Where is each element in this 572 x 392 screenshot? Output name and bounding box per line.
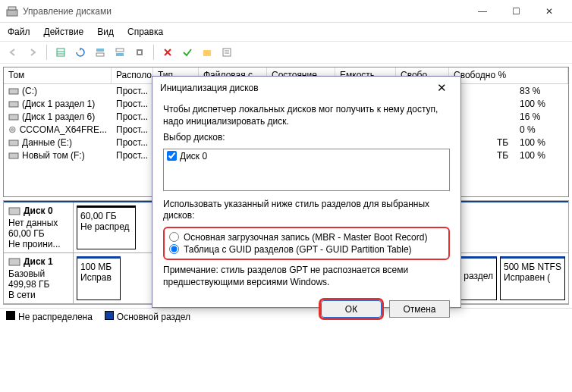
dialog-note: Примечание: стиль разделов GPT не распоз… [163,265,450,288]
gpt-row[interactable]: Таблица с GUID разделов (GPT - GUID Part… [169,243,444,256]
disk1-state: В сети [8,290,68,300]
volume-free-pct: 100 % [515,136,568,149]
legend-unalloc: Не распределена [6,311,93,322]
toolbar [0,41,572,64]
view-top-icon[interactable] [92,44,108,61]
svg-point-19 [11,128,13,130]
svg-rect-1 [8,7,16,10]
svg-rect-22 [9,208,20,215]
style-label: Использовать указанный ниже стиль раздел… [163,199,450,222]
volume-name: Новый том (F:) [4,149,112,162]
init-disks-dialog: Инициализация дисков ✕ Чтобы диспетчер л… [152,76,461,308]
volume-layout: Прост... [112,85,153,97]
volume-free-pct: 100 % [515,98,568,110]
ok-button[interactable]: ОК [321,300,382,318]
properties-icon[interactable] [218,44,235,61]
maximize-button[interactable]: ☐ [499,1,533,22]
disk-icon [8,205,20,216]
disk-icon [8,256,20,267]
col-raspo[interactable]: Располо... [112,67,153,83]
volume-layout: Прост... [112,136,153,149]
volume-layout: Прост... [112,124,153,136]
refresh-icon[interactable] [72,44,89,61]
disk1-info: Диск 1 Базовый 499,98 ГБ В сети [4,253,74,303]
check-icon[interactable] [179,44,196,61]
disk1-p3-label: Исправен ( [504,272,561,283]
cancel-button[interactable]: Отмена [389,300,450,318]
volume-layout: Прост... [112,149,153,162]
svg-rect-10 [138,51,141,54]
disk0-state: Не проини... [8,239,68,249]
mbr-label: Основная загрузочная запись (MBR - Maste… [184,232,427,243]
svg-rect-2 [57,49,64,56]
app-icon [6,5,18,17]
disk0-b1-size: 60,00 ГБ [80,211,132,221]
volume-name: (C:) [4,85,112,97]
disk0-size: 60,00 ГБ [8,228,68,239]
svg-rect-15 [9,89,18,94]
window-titlebar: Управление дисками — ☐ ✕ [0,0,572,23]
volume-name: CCCOMA_X64FRE... [4,124,112,136]
settings-icon[interactable] [131,44,148,61]
col-svobpct[interactable]: Свободно % [449,67,568,83]
menu-file[interactable]: Файл [8,27,30,37]
disk0-info: Диск 0 Нет данных 60,00 ГБ Не проини... [4,202,74,252]
disk0-checkbox[interactable] [167,151,177,161]
svg-rect-23 [9,259,20,265]
disk1-size: 499,98 ГБ [8,279,68,290]
view-bottom-icon[interactable] [112,44,128,61]
back-icon [5,44,21,61]
minimize-button[interactable]: — [466,1,499,22]
folder-icon[interactable] [199,44,215,61]
volume-tail: ТБ [492,149,515,162]
menu-bar: Файл Действие Вид Справка [0,23,572,41]
dialog-title: Инициализация дисков [160,83,430,93]
mbr-radio[interactable] [169,232,179,242]
col-tom[interactable]: Том [4,67,112,83]
volume-free-pct: 100 % [515,149,568,162]
menu-help[interactable]: Справка [127,27,163,37]
svg-rect-12 [223,49,231,56]
view-list-icon[interactable] [52,44,69,61]
disk0-b1-label: Не распред [80,221,132,232]
menu-view[interactable]: Вид [97,27,114,37]
volume-tail: ТБ [492,136,515,149]
menu-action[interactable]: Действие [44,27,84,37]
svg-rect-21 [9,153,18,158]
disk0-item-label: Диск 0 [180,151,207,162]
disk1-part-last[interactable]: 500 МБ NTFS Исправен ( [500,256,565,300]
mbr-row[interactable]: Основная загрузочная запись (MBR - Maste… [169,231,444,243]
volume-layout: Прост... [112,98,153,110]
svg-rect-8 [116,53,124,56]
disk1-status: Базовый [8,268,68,279]
disk1-title: Диск 1 [24,256,53,267]
disk1-p1-label: Исправ [80,272,117,283]
volume-layout: Прост... [112,111,153,123]
svg-rect-5 [96,49,104,52]
volume-free-pct: 0 % [515,124,568,136]
dialog-close-icon[interactable]: ✕ [430,81,453,95]
close-button[interactable]: ✕ [533,1,566,22]
disk1-p3-size: 500 МБ NTFS [504,262,561,272]
svg-rect-20 [9,140,18,146]
volume-name: (Диск 1 раздел 1) [4,98,112,110]
delete-icon[interactable] [159,44,176,61]
disk0-title: Диск 0 [24,205,53,216]
gpt-radio[interactable] [169,244,179,254]
volume-free-pct: 16 % [515,111,568,123]
svg-rect-17 [9,114,18,120]
svg-rect-7 [116,49,124,52]
volume-name: (Диск 1 раздел 6) [4,111,112,123]
forward-icon [24,44,41,61]
dialog-titlebar: Инициализация дисков ✕ [152,77,460,99]
disk0-unalloc[interactable]: 60,00 ГБ Не распред [77,205,136,249]
disk-select-list[interactable]: Диск 0 [163,149,450,191]
select-disks-label: Выбор дисков: [163,132,450,144]
disk0-checkbox-row[interactable]: Диск 0 [167,151,446,162]
disk1-part1[interactable]: 100 МБ Исправ [77,256,121,300]
volume-name: Данные (E:) [4,136,112,149]
partition-style-group: Основная загрузочная запись (MBR - Maste… [163,227,450,260]
gpt-label: Таблица с GUID разделов (GPT - GUID Part… [184,244,412,255]
svg-rect-6 [96,53,104,56]
disk0-status: Нет данных [8,218,68,228]
